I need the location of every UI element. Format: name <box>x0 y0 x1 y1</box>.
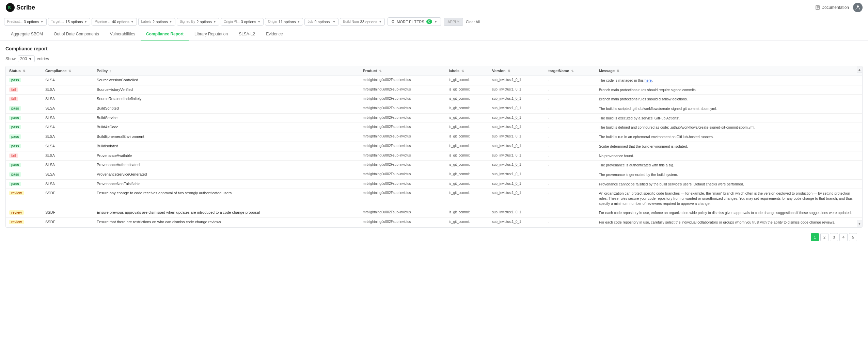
message-cell: Branch main protections rules should req… <box>596 85 862 95</box>
page-2-button[interactable]: 2 <box>820 233 828 241</box>
tab-library-reputation[interactable]: Library Reputation <box>189 28 233 40</box>
status-cell: pass <box>6 123 42 132</box>
tab-out-of-date[interactable]: Out of Date Components <box>48 28 105 40</box>
compliance-cell: SLSA <box>42 123 93 132</box>
policy-cell: ProvenanceAuthenticated <box>93 161 359 170</box>
col-product[interactable]: Product ⇅ <box>359 66 445 76</box>
status-badge: fail <box>9 87 18 92</box>
table-row: pass SLSA ProvenanceNonFalsifiable mrbli… <box>6 179 862 189</box>
labels-cell: is_git_commit <box>445 76 489 85</box>
header-right: Documentation <box>815 3 863 12</box>
tab-slsa-l2[interactable]: SLSA-L2 <box>233 28 261 40</box>
filter-funnel-icon: ⚙ <box>391 19 395 24</box>
tab-aggregate-sbom[interactable]: Aggregate SBOM <box>5 28 48 40</box>
job-filter[interactable]: Job 9 options ▼ <box>304 18 338 26</box>
page-1-button[interactable]: 1 <box>811 233 819 241</box>
target-name-cell: . <box>545 189 596 208</box>
more-filters-chevron-icon: ▼ <box>434 20 437 23</box>
page-3-button[interactable]: 3 <box>830 233 838 241</box>
status-cell: review <box>6 218 42 227</box>
pipeline-chevron-icon: ▼ <box>131 20 134 23</box>
policy-cell: SourceRetainedIndefinitely <box>93 95 359 104</box>
col-message[interactable]: Message ⇅ <box>596 66 862 76</box>
table-row: pass SLSA BuildIsolated mrblightningúu00… <box>6 142 862 151</box>
section-title: Compliance report <box>5 46 863 51</box>
build-num-filter[interactable]: Build Num 33 options ▼ <box>340 18 385 26</box>
version-cell: sub_invictus:1_0_1 <box>489 189 545 208</box>
product-cell: mrblightningúu002Fsub-invictus <box>359 76 445 85</box>
target-name-cell: . <box>545 142 596 151</box>
page-5-button[interactable]: 5 <box>849 233 857 241</box>
table-row: pass SLSA BuildService mrblightningúu002… <box>6 113 862 123</box>
tab-vulnerabilities[interactable]: Vulnerabilities <box>105 28 141 40</box>
status-badge: review <box>9 220 24 224</box>
status-cell: pass <box>6 132 42 142</box>
col-version[interactable]: Version ⇅ <box>489 66 545 76</box>
compliance-cell: SLSA <box>42 142 93 151</box>
policy-cell: BuildAsCode <box>93 123 359 132</box>
col-policy[interactable]: Policy ↑ <box>93 66 359 76</box>
compliance-cell: SLSA <box>42 95 93 104</box>
tab-evidence[interactable]: Evidence <box>261 28 288 40</box>
origin-filter[interactable]: Origin 11 options ▼ <box>265 18 303 26</box>
status-cell: review <box>6 189 42 208</box>
labels-cell: is_git_commit <box>445 170 489 179</box>
status-sort-icon: ⇅ <box>23 69 26 73</box>
compliance-cell: SLSA <box>42 170 93 179</box>
pipeline-filter[interactable]: Pipeline ... 40 options ▼ <box>92 18 137 26</box>
status-badge: fail <box>9 153 18 158</box>
table-row: pass SLSA BuildAsCode mrblightningúu002F… <box>6 123 862 132</box>
col-compliance[interactable]: Compliance ⇅ <box>42 66 93 76</box>
table-row: pass SLSA BuildScripted mrblightningúu00… <box>6 104 862 114</box>
labels-cell: is_git_commit <box>445 132 489 142</box>
version-cell: sub_invictus:1_0_1 <box>489 161 545 170</box>
tab-compliance-report[interactable]: Compliance Report <box>141 28 189 40</box>
message-cell: Branch main protections rules should dis… <box>596 95 862 104</box>
apply-button[interactable]: APPLY <box>444 18 463 26</box>
status-badge: pass <box>9 78 21 82</box>
documentation-link[interactable]: Documentation <box>815 5 849 10</box>
status-cell: pass <box>6 113 42 123</box>
document-icon <box>815 5 820 10</box>
origin-pl-filter[interactable]: Origin Pl... 3 options ▼ <box>221 18 264 26</box>
status-badge: pass <box>9 116 21 120</box>
more-filters-count: 0 <box>426 19 432 24</box>
message-cell: Provenance cannot be falsified by the bu… <box>596 179 862 189</box>
message-cell: The build is scripted .github/workflows/… <box>596 104 862 114</box>
col-labels[interactable]: labels ⇅ <box>445 66 489 76</box>
target-name-cell: . <box>545 179 596 189</box>
message-link[interactable]: here <box>645 78 652 82</box>
compliance-sort-icon: ⇅ <box>68 69 71 73</box>
version-cell: sub_invictus:1_0_1 <box>489 85 545 95</box>
labels-filter[interactable]: Labels 2 options ▼ <box>138 18 175 26</box>
scroll-down-button[interactable]: ▼ <box>857 220 862 227</box>
origin-pl-chevron-icon: ▼ <box>257 20 261 23</box>
version-cell: sub_invictus:1_0_1 <box>489 123 545 132</box>
labels-cell: is_git_commit <box>445 95 489 104</box>
version-cell: sub_invictus:1_0_1 <box>489 208 545 218</box>
more-filters-button[interactable]: ⚙ MORE FILTERS 0 ▼ <box>388 17 441 26</box>
compliance-table: Status ⇅ Compliance ⇅ Policy ↑ Product ⇅… <box>6 66 862 227</box>
table-row: pass SLSA ProvenanceServiceGenerated mrb… <box>6 170 862 179</box>
status-badge: review <box>9 191 24 195</box>
policy-cell: ProvenanceNonFalsifiable <box>93 179 359 189</box>
status-cell: pass <box>6 142 42 151</box>
predicate-filter[interactable]: Predicat... 3 options ▼ <box>4 18 47 26</box>
page-4-button[interactable]: 4 <box>839 233 848 241</box>
signed-by-filter[interactable]: Signed By 2 options ▼ <box>177 18 219 26</box>
target-name-cell: . <box>545 76 596 85</box>
compliance-cell: SSDF <box>42 208 93 218</box>
target-filter[interactable]: Target ... 15 options ▼ <box>48 18 91 26</box>
col-target-name[interactable]: targetName ⇅ <box>545 66 596 76</box>
origin-pl-filter-value: 3 options <box>241 20 256 24</box>
scroll-up-button[interactable]: ▲ <box>857 66 862 73</box>
user-avatar[interactable] <box>853 3 863 12</box>
version-cell: sub_invictus:1_0_1 <box>489 113 545 123</box>
col-status[interactable]: Status ⇅ <box>6 66 42 76</box>
target-filter-value: 15 options <box>66 20 83 24</box>
header: S Scribe Documentation <box>0 0 868 15</box>
policy-sort-icon: ↑ <box>110 69 112 73</box>
target-name-cell: . <box>545 218 596 227</box>
clear-all-button[interactable]: Clear All <box>466 20 480 24</box>
entries-select[interactable]: 200 ▼ <box>18 55 35 62</box>
